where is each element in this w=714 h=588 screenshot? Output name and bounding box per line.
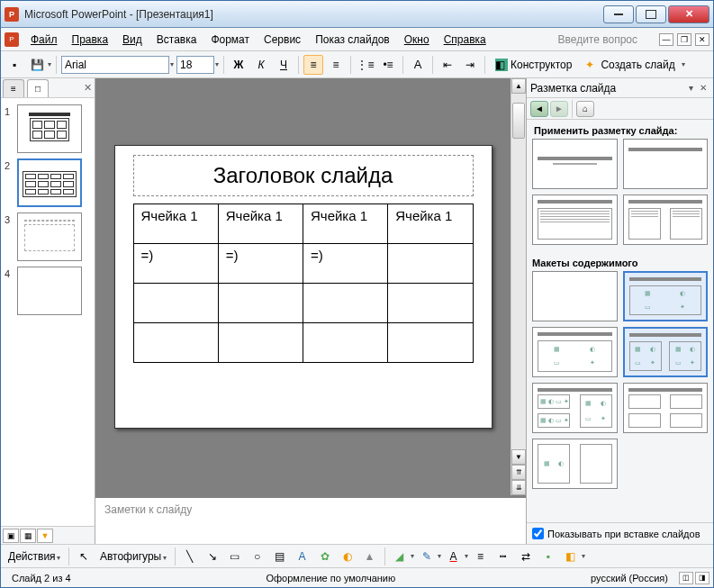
table-cell[interactable]: Ячейка 1	[218, 204, 303, 244]
layout-content-top-bottom[interactable]: ▦◐▭✦▦◐▭✦▦◐▭✦	[532, 383, 618, 433]
slide-thumb-2[interactable]	[17, 158, 82, 207]
line-color-button[interactable]: ✎	[417, 547, 437, 566]
slide-table[interactable]: Ячейка 1Ячейка 1Ячейка 1Ячейка 1 =)=)=)	[133, 204, 474, 363]
underline-button[interactable]: Ч	[274, 55, 294, 75]
toolbar-options-icon[interactable]: ▪	[5, 55, 24, 75]
table-cell[interactable]	[218, 284, 303, 323]
slide[interactable]: Заголовок слайда Ячейка 1Ячейка 1Ячейка …	[114, 145, 493, 429]
slide-thumb-3[interactable]	[17, 213, 82, 261]
design-button[interactable]: ◧Конструктор	[490, 55, 577, 75]
layout-two-content[interactable]: ▦◐▭✦▦◐▭✦	[623, 327, 709, 377]
textbox-tool-button[interactable]: ▤	[270, 547, 290, 566]
slide-canvas[interactable]: Заголовок слайда Ячейка 1Ячейка 1Ячейка …	[95, 78, 511, 495]
show-on-insert-checkbox[interactable]	[532, 528, 544, 539]
notes-pane[interactable]: Заметки к слайду	[95, 495, 526, 544]
layout-blank[interactable]	[532, 271, 618, 321]
vertical-scrollbar[interactable]: ▲ ▼ ⇈ ⇊	[511, 78, 526, 495]
line-tool-button[interactable]: ╲	[180, 547, 200, 566]
table-cell[interactable]: =)	[303, 244, 388, 284]
select-tool-button[interactable]: ↖	[74, 547, 94, 566]
taskpane-forward-button[interactable]: ►	[550, 101, 568, 117]
slide-thumb-4[interactable]	[17, 267, 82, 315]
scroll-up-button[interactable]: ▲	[511, 78, 526, 94]
table-cell[interactable]	[388, 323, 473, 363]
status-language[interactable]: русский (Россия)	[580, 573, 679, 583]
menu-slideshow[interactable]: Показ слайдов	[309, 32, 396, 48]
dropdown-icon[interactable]: ▾	[48, 60, 51, 68]
size-dropdown-icon[interactable]: ▾	[215, 60, 219, 68]
increase-font-button[interactable]: A	[408, 55, 428, 75]
wordart-button[interactable]: A	[293, 547, 312, 566]
layout-four-content[interactable]	[623, 383, 709, 433]
font-dropdown-icon[interactable]: ▾	[170, 60, 174, 68]
menu-window[interactable]: Окно	[398, 32, 436, 48]
fill-color-button[interactable]: ◢	[390, 547, 410, 566]
align-center-button[interactable]: ≡	[326, 55, 346, 75]
prev-slide-button[interactable]: ⇈	[511, 465, 526, 480]
slideshow-view-button[interactable]: ▼	[37, 529, 53, 543]
dash-style-button[interactable]: ┅	[493, 547, 513, 566]
font-select[interactable]	[61, 56, 169, 74]
table-cell[interactable]: Ячейка 1	[303, 204, 388, 244]
arrow-tool-button[interactable]: ↘	[203, 547, 222, 566]
outline-tab[interactable]: ≡	[3, 79, 24, 97]
status-icon[interactable]: ◫	[679, 572, 693, 584]
menu-edit[interactable]: Правка	[66, 32, 115, 48]
close-button[interactable]	[668, 5, 709, 23]
taskpane-menu-button[interactable]: ▾	[684, 82, 697, 95]
toolbar-overflow-icon[interactable]: ▾	[682, 60, 685, 68]
shadow-button[interactable]: ▪	[538, 547, 558, 566]
new-slide-button[interactable]: ✦Создать слайд	[580, 55, 680, 75]
align-left-button[interactable]: ≡	[303, 55, 323, 75]
bulleted-list-button[interactable]: •≡	[378, 55, 398, 75]
layout-title-only[interactable]	[623, 139, 709, 189]
italic-button[interactable]: К	[251, 55, 271, 75]
table-cell[interactable]: Ячейка 1	[133, 204, 218, 244]
bold-button[interactable]: Ж	[229, 55, 249, 75]
arrow-style-button[interactable]: ⇄	[516, 547, 536, 566]
table-cell[interactable]	[303, 323, 388, 363]
save-icon[interactable]: 💾	[27, 55, 47, 75]
table-cell[interactable]	[388, 284, 473, 323]
table-cell[interactable]: =)	[133, 244, 218, 284]
decrease-indent-button[interactable]: ⇤	[438, 55, 457, 75]
taskpane-home-button[interactable]: ⌂	[576, 101, 594, 117]
font-color-button[interactable]: A	[444, 547, 464, 566]
layout-content[interactable]: ▦◐▭✦	[623, 271, 709, 321]
mdi-restore-button[interactable]: ❐	[677, 33, 691, 46]
mdi-minimize-button[interactable]: —	[659, 33, 673, 46]
layout-title-content[interactable]: ▦◐▭✦	[532, 327, 618, 377]
menu-tools[interactable]: Сервис	[258, 32, 307, 48]
next-slide-button[interactable]: ⇊	[511, 480, 526, 495]
layout-title-slide[interactable]	[532, 139, 618, 189]
table-cell[interactable]	[133, 323, 218, 363]
table-cell[interactable]	[133, 284, 218, 323]
sorter-view-button[interactable]: ▦	[20, 529, 36, 543]
mdi-close-button[interactable]: ✕	[695, 33, 709, 46]
drawing-overflow-icon[interactable]: ▾	[582, 552, 585, 560]
menu-file[interactable]: Файл	[24, 32, 64, 48]
increase-indent-button[interactable]: ⇥	[460, 55, 480, 75]
rectangle-tool-button[interactable]: ▭	[225, 547, 245, 566]
slide-thumb-1[interactable]	[17, 104, 82, 153]
menu-view[interactable]: Вид	[116, 32, 149, 48]
font-size-select[interactable]	[176, 56, 214, 74]
diagram-button[interactable]: ✿	[315, 547, 335, 566]
menu-help[interactable]: Справка	[438, 32, 493, 48]
numbered-list-button[interactable]: ⋮≡	[356, 55, 375, 75]
table-cell[interactable]: =)	[218, 244, 303, 284]
scroll-down-button[interactable]: ▼	[511, 449, 526, 465]
actions-menu[interactable]: Действия ▾	[5, 550, 64, 563]
clipart-button[interactable]: ◐	[338, 547, 357, 566]
status-icon[interactable]: ◨	[695, 572, 709, 584]
menu-format[interactable]: Формат	[204, 32, 256, 48]
line-style-button[interactable]: ≡	[471, 547, 491, 566]
minimize-button[interactable]	[603, 5, 634, 23]
layout-variant[interactable]: ▦◐	[532, 439, 618, 489]
outline-close-button[interactable]: ✕	[80, 78, 95, 97]
oval-tool-button[interactable]: ○	[248, 547, 267, 566]
taskpane-back-button[interactable]: ◄	[530, 101, 548, 117]
slides-tab[interactable]: □	[27, 79, 49, 97]
menu-insert[interactable]: Вставка	[150, 32, 203, 48]
layout-title-text[interactable]	[532, 194, 618, 245]
